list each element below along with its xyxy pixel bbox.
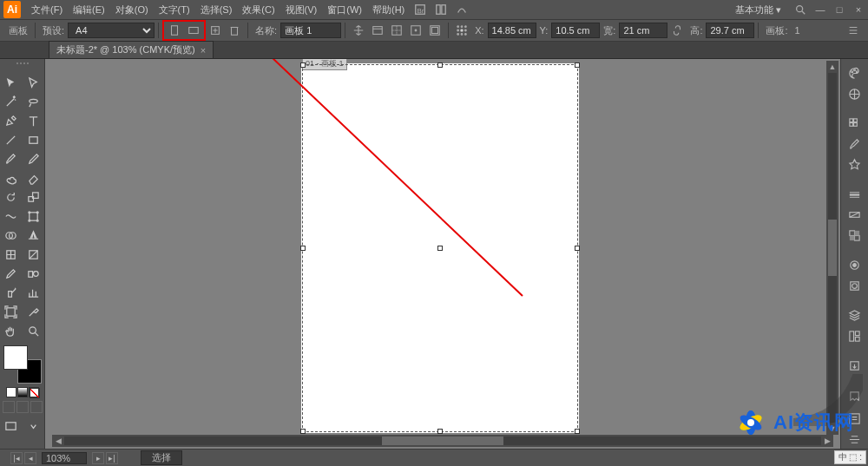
mesh-tool[interactable] bbox=[0, 245, 23, 264]
delete-artboard-button[interactable] bbox=[226, 22, 243, 39]
vertical-scrollbar[interactable]: ▲ ▼ bbox=[826, 61, 838, 435]
lasso-tool[interactable] bbox=[23, 92, 45, 111]
menu-type[interactable]: 文字(T) bbox=[154, 3, 195, 16]
scale-tool[interactable] bbox=[23, 187, 45, 207]
panel-swatches-icon[interactable] bbox=[844, 115, 866, 133]
scroll-right-icon[interactable]: ▶ bbox=[821, 435, 833, 447]
panel-layers-icon[interactable] bbox=[844, 307, 866, 325]
color-mode-solid[interactable] bbox=[6, 387, 16, 397]
panel-grip-icon[interactable] bbox=[0, 62, 44, 69]
scroll-left-icon[interactable]: ◀ bbox=[52, 435, 64, 447]
pencil-tool[interactable] bbox=[23, 149, 45, 168]
color-mode-gradient[interactable] bbox=[17, 387, 28, 397]
y-input[interactable] bbox=[551, 23, 600, 38]
blend-tool[interactable] bbox=[23, 264, 45, 283]
panel-artboards-icon[interactable] bbox=[844, 327, 866, 345]
panel-color-icon[interactable] bbox=[844, 64, 866, 82]
nav-first-icon[interactable]: |◂ bbox=[10, 452, 23, 464]
symbol-sprayer-tool[interactable] bbox=[0, 283, 23, 302]
workspace-switcher[interactable]: 基本功能 ▾ bbox=[727, 3, 790, 16]
move-artwork-icon[interactable] bbox=[350, 22, 367, 39]
menu-file[interactable]: 文件(F) bbox=[26, 3, 68, 16]
menu-window[interactable]: 窗口(W) bbox=[322, 3, 367, 16]
eyedropper-tool[interactable] bbox=[0, 264, 23, 283]
panel-brushes-icon[interactable] bbox=[844, 135, 866, 154]
panel-gradient-icon[interactable] bbox=[844, 207, 866, 225]
new-artboard-button[interactable] bbox=[207, 22, 224, 39]
panel-graphic-styles-icon[interactable] bbox=[844, 277, 866, 295]
panel-properties-icon[interactable] bbox=[844, 410, 866, 429]
panel-appearance-icon[interactable] bbox=[844, 257, 866, 275]
gpu-icon[interactable] bbox=[453, 2, 470, 17]
panel-symbols-icon[interactable] bbox=[844, 155, 866, 174]
menu-object[interactable]: 对象(O) bbox=[110, 3, 154, 16]
bridge-icon[interactable]: Br bbox=[411, 2, 429, 17]
window-close[interactable]: × bbox=[849, 3, 868, 16]
nav-next-icon[interactable]: ▸ bbox=[92, 452, 104, 464]
width-tool[interactable] bbox=[0, 207, 23, 226]
direct-selection-tool[interactable] bbox=[23, 73, 45, 92]
artboard-name-input[interactable] bbox=[280, 23, 341, 38]
show-center-icon[interactable] bbox=[388, 22, 405, 39]
menu-help[interactable]: 帮助(H) bbox=[367, 3, 410, 16]
menu-effect[interactable]: 效果(C) bbox=[237, 3, 279, 16]
search-icon[interactable] bbox=[792, 2, 809, 17]
shape-builder-tool[interactable] bbox=[0, 226, 23, 245]
menu-select[interactable]: 选择(S) bbox=[195, 3, 238, 16]
artboard-tool[interactable] bbox=[0, 302, 23, 321]
zoom-tool[interactable] bbox=[23, 321, 45, 340]
panel-libraries-icon[interactable] bbox=[844, 387, 866, 405]
fill-swatch[interactable] bbox=[3, 345, 28, 370]
menu-view[interactable]: 视图(V) bbox=[280, 3, 323, 16]
document-tab[interactable]: 未标题-2* @ 103% (CMYK/预览) × bbox=[49, 41, 214, 58]
magic-wand-tool[interactable] bbox=[0, 92, 23, 111]
free-transform-tool[interactable] bbox=[23, 207, 45, 226]
handle-center[interactable] bbox=[437, 246, 443, 251]
x-input[interactable] bbox=[488, 23, 536, 38]
handle-nw[interactable] bbox=[300, 62, 306, 68]
handle-w[interactable] bbox=[300, 246, 306, 251]
width-input[interactable] bbox=[619, 23, 667, 38]
scroll-thumb-v[interactable] bbox=[828, 220, 837, 275]
show-crosshair-icon[interactable] bbox=[407, 22, 424, 39]
pen-tool[interactable] bbox=[0, 111, 23, 130]
color-mode-none[interactable] bbox=[29, 387, 39, 397]
column-graph-tool[interactable] bbox=[23, 283, 45, 302]
selection-tool[interactable] bbox=[0, 73, 23, 92]
handle-ne[interactable] bbox=[575, 62, 580, 68]
panel-menu-icon[interactable] bbox=[845, 22, 862, 39]
slice-tool[interactable] bbox=[23, 302, 45, 321]
draw-normal[interactable] bbox=[3, 401, 15, 413]
arrange-docs-icon[interactable] bbox=[432, 2, 450, 17]
fill-stroke-swatch[interactable] bbox=[3, 345, 42, 384]
screen-mode-arrow-icon[interactable] bbox=[23, 417, 45, 436]
show-safe-icon[interactable] bbox=[426, 22, 444, 39]
blob-brush-tool[interactable] bbox=[0, 168, 23, 187]
paintbrush-tool[interactable] bbox=[0, 149, 23, 168]
panel-stroke-icon[interactable] bbox=[844, 186, 866, 204]
orientation-portrait-button[interactable] bbox=[166, 22, 183, 39]
close-tab-icon[interactable]: × bbox=[201, 45, 206, 56]
artboard-selection-box[interactable] bbox=[302, 64, 578, 432]
orientation-landscape-button[interactable] bbox=[185, 22, 202, 39]
canvas-area[interactable]: 01 - 画板 1 bbox=[45, 59, 840, 449]
rectangle-tool[interactable] bbox=[23, 130, 45, 149]
height-input[interactable] bbox=[706, 23, 754, 38]
zoom-level[interactable]: 103% bbox=[42, 452, 87, 464]
menu-edit[interactable]: 编辑(E) bbox=[68, 3, 110, 16]
draw-inside[interactable] bbox=[30, 401, 43, 413]
reference-point-icon[interactable] bbox=[453, 22, 470, 39]
link-wh-icon[interactable] bbox=[668, 22, 686, 39]
eraser-tool[interactable] bbox=[23, 168, 45, 187]
nav-prev-icon[interactable]: ◂ bbox=[24, 452, 36, 464]
panel-align-icon[interactable] bbox=[844, 430, 866, 449]
nav-last-icon[interactable]: ▸| bbox=[106, 452, 118, 464]
window-maximize[interactable]: □ bbox=[830, 3, 849, 16]
scroll-up-icon[interactable]: ▲ bbox=[826, 61, 838, 73]
handle-sw[interactable] bbox=[300, 429, 306, 434]
artboard-options-icon[interactable] bbox=[369, 22, 386, 39]
rotate-tool[interactable] bbox=[0, 187, 23, 207]
handle-e[interactable] bbox=[575, 246, 580, 251]
perspective-grid-tool[interactable] bbox=[23, 226, 45, 245]
window-minimize[interactable]: — bbox=[811, 3, 830, 16]
